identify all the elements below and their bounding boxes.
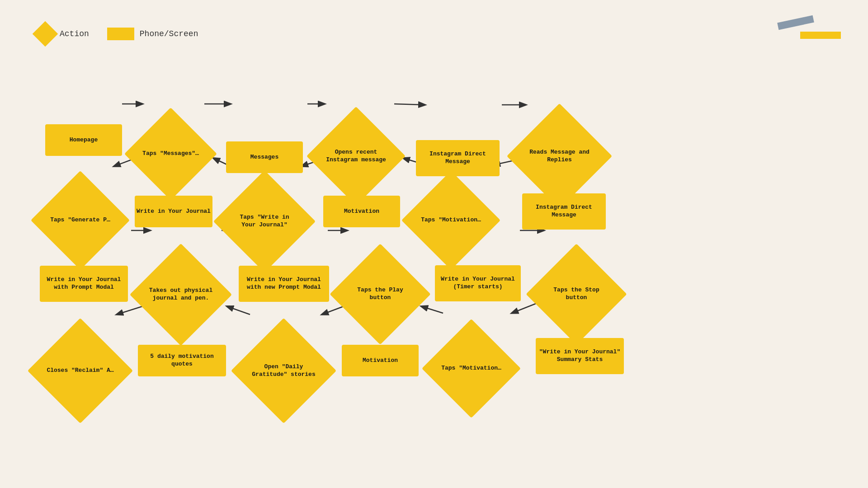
- action-legend-label: Action: [60, 29, 89, 38]
- svg-line-23: [117, 306, 142, 314]
- svg-line-22: [227, 306, 250, 314]
- deco-yellow-bar: [800, 32, 841, 39]
- motivation2-node: Motivation: [342, 345, 419, 376]
- taps-play-node: Taps the Play button: [344, 258, 416, 330]
- homepage-node: Homepage: [45, 124, 122, 156]
- open-gratitude-node: Open "Daily Gratitude" stories: [246, 333, 321, 408]
- messages-node: Messages: [226, 141, 303, 173]
- taps-write-journal-node: Taps "Write in Your Journal": [228, 185, 301, 258]
- instagram-dm2-node: Instagram Direct Message: [522, 193, 606, 230]
- write-journal-timer-node: Write in Your Journal (Timer starts): [435, 265, 521, 301]
- taps-generate-node: Taps "Generate P…: [45, 185, 115, 255]
- instagram-dm1-node: Instagram Direct Message: [416, 140, 500, 176]
- svg-line-19: [512, 304, 536, 313]
- taps-motivation2-node: Taps "Motivation…: [436, 333, 506, 404]
- takes-out-pen-node: Takes out physical journal and pen.: [145, 258, 217, 331]
- action-legend-item: Action: [36, 25, 89, 43]
- reads-message-node: Reads Message and Replies: [522, 119, 597, 193]
- legend: Action Phone/Screen: [36, 25, 198, 43]
- closes-reclaim-node: Closes "Reclaim" A…: [43, 333, 118, 408]
- motivation1-node: Motivation: [323, 196, 400, 227]
- deco-gray-bar: [777, 15, 814, 30]
- taps-stop-node: Taps the Stop button: [541, 258, 612, 330]
- write-journal-new-node: Write in Your Journal with new Prompt Mo…: [239, 266, 329, 302]
- phone-legend-icon: [107, 28, 134, 40]
- write-journal1-node: Write in Your Journal: [135, 196, 212, 227]
- svg-line-21: [322, 306, 344, 314]
- phone-legend-label: Phone/Screen: [140, 29, 198, 38]
- phone-legend-item: Phone/Screen: [107, 28, 198, 40]
- taps-messages-node: Taps "Messages"…: [138, 121, 203, 187]
- taps-motivation1-node: Taps "Motivation…: [416, 185, 486, 255]
- write-journal-summary-node: "Write in Your Journal" Summary Stats: [536, 338, 624, 374]
- opens-recent-node: Opens recent Instagram message: [321, 121, 391, 191]
- action-legend-icon: [33, 21, 58, 47]
- svg-line-20: [421, 306, 443, 313]
- svg-line-4: [394, 104, 425, 105]
- write-journal-prompt-node: Write in Your Journal with Prompt Modal: [40, 266, 128, 302]
- five-quotes-node: 5 daily motivation quotes: [138, 345, 226, 376]
